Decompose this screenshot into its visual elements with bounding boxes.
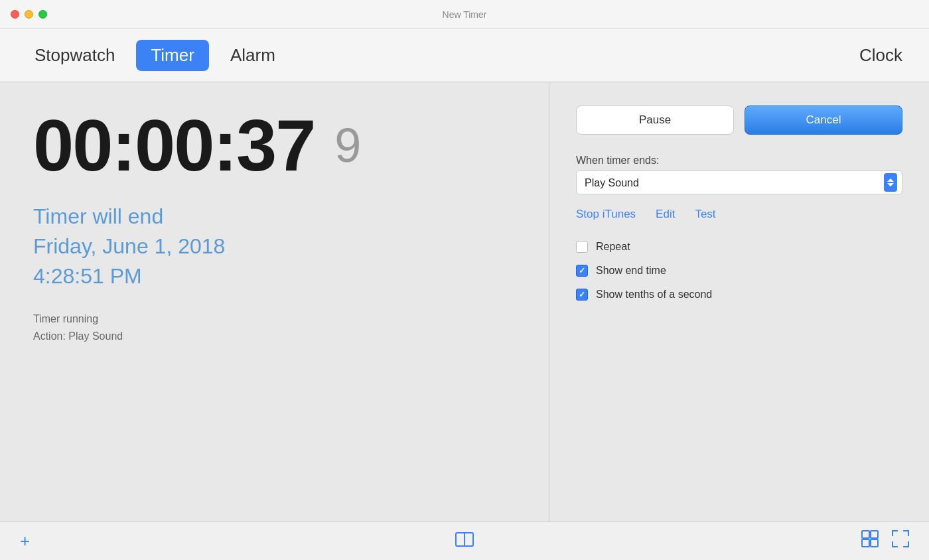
action-select[interactable]: Play Sound Speak Bounce Dock Icon Send E… xyxy=(576,171,902,194)
right-panel: Pause Cancel When timer ends: Play Sound… xyxy=(549,82,929,522)
action-select-wrapper: Play Sound Speak Bounce Dock Icon Send E… xyxy=(576,171,902,194)
timer-status-line1: Timer running xyxy=(33,311,516,328)
show-tenths-checkbox[interactable] xyxy=(576,289,588,301)
navbar: Stopwatch Timer Alarm Clock xyxy=(0,29,929,82)
tile-button[interactable] xyxy=(861,530,879,552)
split-view-button[interactable] xyxy=(455,531,474,551)
fullscreen-button[interactable] xyxy=(892,530,909,552)
svg-rect-2 xyxy=(862,531,869,538)
repeat-checkbox[interactable] xyxy=(576,241,588,253)
bottom-center xyxy=(455,531,474,551)
show-tenths-label: Show tenths of a second xyxy=(596,289,712,301)
bottom-right xyxy=(861,530,909,552)
tile-icon xyxy=(861,530,879,547)
cancel-button[interactable]: Cancel xyxy=(745,105,902,135)
timer-time: 00:00:37 xyxy=(33,109,315,182)
repeat-label: Repeat xyxy=(596,241,630,253)
when-timer-ends-label: When timer ends: xyxy=(576,155,902,167)
show-end-time-checkbox[interactable] xyxy=(576,265,588,277)
pause-button[interactable]: Pause xyxy=(576,105,734,135)
bottombar: + xyxy=(0,522,929,560)
tab-timer[interactable]: Timer xyxy=(136,40,208,71)
svg-rect-5 xyxy=(871,539,878,547)
when-timer-ends-section: When timer ends: Play Sound Speak Bounce… xyxy=(576,155,902,194)
checkboxes: Repeat Show end time Show tenths of a se… xyxy=(576,241,902,301)
timer-status: Timer running Action: Play Sound xyxy=(33,311,516,344)
timer-end-line3: 4:28:51 PM xyxy=(33,261,516,291)
fullscreen-icon xyxy=(892,530,909,547)
titlebar: New Timer xyxy=(0,0,929,29)
maximize-button[interactable] xyxy=(38,10,47,19)
timer-tenths: 9 xyxy=(334,121,361,169)
main-content: 00:00:37 9 Timer will end Friday, June 1… xyxy=(0,82,929,522)
repeat-row: Repeat xyxy=(576,241,902,253)
window-title: New Timer xyxy=(443,9,487,20)
show-end-time-row: Show end time xyxy=(576,265,902,277)
show-end-time-label: Show end time xyxy=(596,265,666,277)
timer-status-line2: Action: Play Sound xyxy=(33,328,516,345)
timer-display: 00:00:37 9 xyxy=(33,109,516,182)
show-tenths-row: Show tenths of a second xyxy=(576,289,902,301)
nav-tabs: Stopwatch Timer Alarm xyxy=(20,40,290,71)
tab-stopwatch[interactable]: Stopwatch xyxy=(20,40,129,71)
minimize-button[interactable] xyxy=(25,10,33,19)
control-buttons: Pause Cancel xyxy=(576,105,902,135)
clock-link[interactable]: Clock xyxy=(859,45,902,66)
svg-rect-3 xyxy=(871,531,878,538)
timer-end-line2: Friday, June 1, 2018 xyxy=(33,232,516,261)
timer-end-info: Timer will end Friday, June 1, 2018 4:28… xyxy=(33,202,516,291)
timer-end-line1: Timer will end xyxy=(33,202,516,232)
left-panel: 00:00:37 9 Timer will end Friday, June 1… xyxy=(0,82,549,522)
edit-link[interactable]: Edit xyxy=(656,208,675,221)
tab-alarm[interactable]: Alarm xyxy=(216,40,290,71)
split-view-icon xyxy=(455,532,474,547)
svg-rect-4 xyxy=(862,539,869,547)
traffic-lights xyxy=(11,10,47,19)
stop-itunes-link[interactable]: Stop iTunes xyxy=(576,208,636,221)
test-link[interactable]: Test xyxy=(695,208,715,221)
add-timer-button[interactable]: + xyxy=(20,531,30,551)
close-button[interactable] xyxy=(11,10,19,19)
action-links: Stop iTunes Edit Test xyxy=(576,208,902,221)
